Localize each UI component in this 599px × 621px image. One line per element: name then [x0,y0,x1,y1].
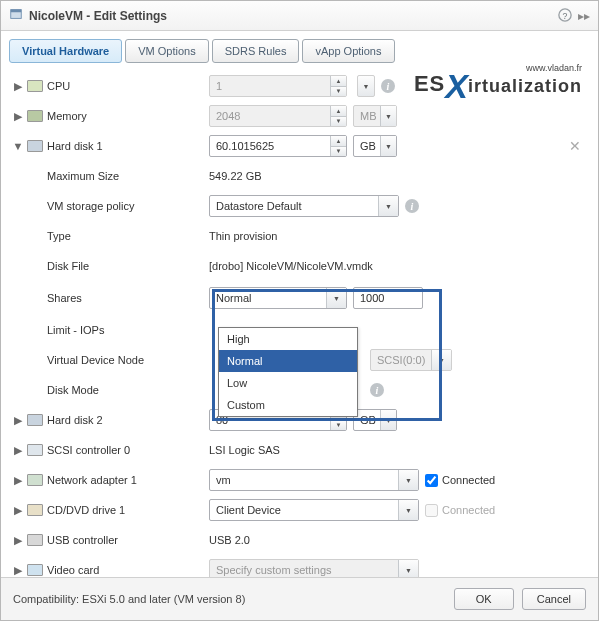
vdn-select[interactable]: SCSI(0:0) ▼ [370,349,452,371]
label-net: Network adapter 1 [47,474,137,486]
label-disk1: Hard disk 1 [47,140,103,152]
row-memory: ▶ Memory 2048 ▲▼ MB ▼ [9,101,590,131]
tab-vm-options[interactable]: VM Options [125,39,208,63]
video-icon [27,564,43,576]
cd-icon [27,504,43,516]
disk-icon [27,140,43,152]
network-icon [27,474,43,486]
footer: Compatibility: ESXi 5.0 and later (VM ve… [1,577,598,620]
expand-disk2[interactable]: ▶ [13,415,23,425]
scsi-icon [27,444,43,456]
row-cpu: ▶ CPU 1 ▲▼ ▼ i [9,71,590,101]
svg-text:?: ? [563,10,568,20]
remove-disk1[interactable]: ✕ [569,138,581,154]
label-memory: Memory [47,110,87,122]
tab-virtual-hardware[interactable]: Virtual Hardware [9,39,122,63]
cpu-count[interactable]: 1 ▲▼ [209,75,347,97]
svg-rect-1 [11,10,22,13]
expand-cpu[interactable]: ▶ [13,81,23,91]
memory-unit[interactable]: MB ▼ [353,105,397,127]
network-select[interactable]: vm ▼ [209,469,419,491]
type-value: Thin provision [209,230,277,242]
row-cddvd: ▶ CD/DVD drive 1 Client Device ▼ Connect… [9,495,590,525]
collapse-disk1[interactable]: ▼ [13,141,23,151]
usb-value: USB 2.0 [209,534,250,546]
expand-icon[interactable]: ▸▸ [578,9,590,23]
cancel-button[interactable]: Cancel [522,588,586,610]
memory-icon [27,110,43,122]
row-scsi: ▶ SCSI controller 0 LSI Logic SAS [9,435,590,465]
tab-sdrs-rules[interactable]: SDRS Rules [212,39,300,63]
expand-cd[interactable]: ▶ [13,505,23,515]
expand-memory[interactable]: ▶ [13,111,23,121]
shares-value[interactable]: 1000 [353,287,423,309]
row-type: Type Thin provision [9,221,590,251]
info-icon[interactable]: i [370,383,384,397]
tab-bar: Virtual Hardware VM Options SDRS Rules v… [9,39,590,63]
help-icon[interactable]: ? [558,8,572,24]
info-icon[interactable]: i [405,199,419,213]
max-size-value: 549.22 GB [209,170,262,182]
shares-opt-normal[interactable]: Normal [219,350,357,372]
shares-opt-custom[interactable]: Custom [219,394,357,416]
memory-value[interactable]: 2048 ▲▼ [209,105,347,127]
net-connected-check[interactable]: Connected [425,474,495,487]
window-icon [9,7,23,24]
shares-opt-low[interactable]: Low [219,372,357,394]
disk1-size[interactable]: 60.1015625 ▲▼ [209,135,347,157]
tab-vapp-options[interactable]: vApp Options [302,39,394,63]
cpu-dd[interactable]: ▼ [353,75,375,97]
disk1-unit[interactable]: GB ▼ [353,135,397,157]
cpu-icon [27,80,43,92]
titlebar: NicoleVM - Edit Settings ? ▸▸ [1,1,598,31]
usb-icon [27,534,43,546]
row-max-size: Maximum Size 549.22 GB [9,161,590,191]
ok-button[interactable]: OK [454,588,514,610]
row-storage-policy: VM storage policy Datastore Default ▼ i [9,191,590,221]
label-scsi: SCSI controller 0 [47,444,130,456]
expand-video[interactable]: ▶ [13,565,23,575]
scsi-value: LSI Logic SAS [209,444,280,456]
storage-policy-select[interactable]: Datastore Default ▼ [209,195,399,217]
disk-icon [27,414,43,426]
disk-file-value: [drobo] NicoleVM/NicoleVM.vmdk [209,260,373,272]
shares-dropdown[interactable]: High Normal Low Custom [218,327,358,417]
expand-scsi[interactable]: ▶ [13,445,23,455]
cddvd-select[interactable]: Client Device ▼ [209,499,419,521]
label-usb: USB controller [47,534,118,546]
window-title: NicoleVM - Edit Settings [29,9,167,23]
label-cd: CD/DVD drive 1 [47,504,125,516]
row-disk-file: Disk File [drobo] NicoleVM/NicoleVM.vmdk [9,251,590,281]
row-usb: ▶ USB controller USB 2.0 [9,525,590,555]
shares-opt-high[interactable]: High [219,328,357,350]
expand-usb[interactable]: ▶ [13,535,23,545]
disk2-unit[interactable]: GB ▼ [353,409,397,431]
expand-net[interactable]: ▶ [13,475,23,485]
label-cpu: CPU [47,80,70,92]
row-hard-disk-1: ▼ Hard disk 1 60.1015625 ▲▼ GB ▼ ✕ [9,131,590,161]
compatibility-text: Compatibility: ESXi 5.0 and later (VM ve… [13,593,245,605]
info-icon[interactable]: i [381,79,395,93]
label-disk2: Hard disk 2 [47,414,103,426]
shares-select[interactable]: Normal ▼ [209,287,347,309]
cd-connected-check: Connected [425,504,495,517]
row-network: ▶ Network adapter 1 vm ▼ Connected [9,465,590,495]
row-shares: Shares Normal ▼ 1000 [9,281,590,315]
label-video: Video card [47,564,99,576]
